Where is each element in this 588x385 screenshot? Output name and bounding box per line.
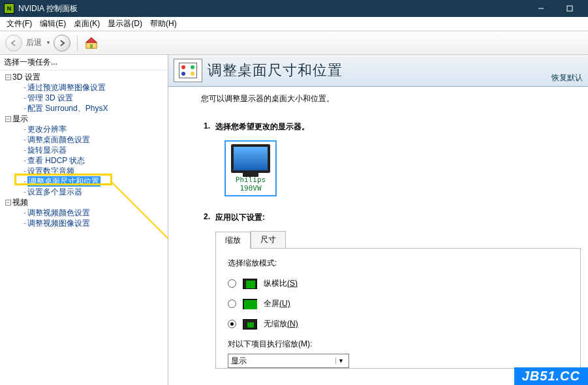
menu-help[interactable]: 帮助(H): [146, 17, 181, 31]
window-title: NVIDIA 控制面板: [18, 3, 527, 14]
radio-icon[interactable]: [228, 279, 236, 288]
radio-fullscreen[interactable]: 全屏(U): [228, 298, 568, 309]
back-button[interactable]: [5, 35, 22, 52]
content-pane: 调整桌面尺寸和位置 恢复默认 您可以调整显示器的桌面大小和位置。 1. 选择您希…: [168, 55, 588, 385]
aspect-icon: [243, 279, 257, 289]
toolbar-separator: [77, 35, 78, 51]
home-icon[interactable]: [84, 36, 99, 50]
apply-on-combo[interactable]: 显示 ▼: [228, 354, 349, 368]
tab-size[interactable]: 尺寸: [251, 231, 286, 248]
tree-item[interactable]: -通过预览调整图像设置: [3, 82, 165, 93]
content-header: 调整桌面尺寸和位置 恢复默认: [168, 55, 588, 87]
tree-item[interactable]: -配置 Surround、PhysX: [3, 103, 165, 114]
collapse-icon[interactable]: −: [5, 74, 11, 80]
tree-item[interactable]: -设置多个显示器: [3, 187, 165, 197]
fullscreen-icon: [243, 299, 257, 309]
radio-icon[interactable]: [228, 320, 236, 328]
monitor-selector[interactable]: Philips 190VW: [224, 140, 277, 196]
radio-label: 全屏(U): [264, 298, 290, 309]
tree-item-selected[interactable]: -调整桌面尺寸和位置: [3, 176, 165, 187]
minimize-button[interactable]: [527, 0, 555, 17]
forward-button[interactable]: [54, 35, 70, 52]
watermark: JB51.CC: [514, 367, 588, 385]
tree-item[interactable]: -调整视频颜色设置: [3, 208, 165, 218]
page-title: 调整桌面尺寸和位置: [208, 61, 343, 80]
tabs: 缩放 尺寸: [215, 231, 588, 248]
menu-file[interactable]: 文件(F): [3, 17, 36, 31]
svg-rect-1: [567, 6, 572, 11]
back-dropdown-icon[interactable]: ▼: [46, 40, 51, 46]
tree-item[interactable]: -设置数字音频: [3, 166, 165, 176]
tree-item[interactable]: -管理 3D 设置: [3, 93, 165, 103]
combo-value: 显示: [231, 356, 247, 367]
nav-tree: −3D 设置 -通过预览调整图像设置 -管理 3D 设置 -配置 Surroun…: [0, 70, 168, 385]
svg-rect-2: [90, 44, 93, 48]
menubar: 文件(F) 编辑(E) 桌面(K) 显示器(D) 帮助(H): [0, 17, 588, 31]
tree-item[interactable]: -调整视频图像设置: [3, 218, 165, 228]
back-label: 后退: [26, 37, 42, 48]
scale-mode-label: 选择缩放模式:: [228, 258, 568, 269]
step1-title: 选择您希望更改的显示器。: [215, 121, 309, 132]
menu-edit[interactable]: 编辑(E): [36, 17, 70, 31]
svg-marker-3: [86, 37, 97, 42]
task-prompt: 选择一项任务...: [0, 55, 168, 70]
radio-noscale[interactable]: 无缩放(N): [228, 318, 568, 330]
collapse-icon[interactable]: −: [5, 116, 11, 122]
tree-item[interactable]: -更改分辨率: [3, 124, 165, 134]
radio-icon[interactable]: [228, 300, 236, 308]
step1-number: 1.: [201, 121, 210, 132]
toolbar: 后退 ▼: [0, 31, 588, 55]
step2-number: 2.: [201, 212, 210, 223]
tree-item[interactable]: -旋转显示器: [3, 145, 165, 155]
radio-label: 无缩放(N): [264, 318, 298, 330]
step2-title: 应用以下设置:: [215, 212, 265, 223]
apply-on-label: 对以下项目执行缩放(M):: [228, 339, 568, 350]
chevron-down-icon: ▼: [335, 358, 346, 364]
radio-label: 纵横比(S): [264, 278, 298, 289]
collapse-icon[interactable]: −: [5, 200, 11, 206]
maximize-button[interactable]: [555, 0, 584, 17]
header-icon: [174, 59, 202, 82]
noscale-icon: [243, 319, 257, 330]
tree-item[interactable]: -调整桌面颜色设置: [3, 134, 165, 145]
tree-item[interactable]: -查看 HDCP 状态: [3, 155, 165, 166]
titlebar: N NVIDIA 控制面板: [0, 0, 588, 17]
monitor-label: Philips 190VW: [228, 176, 273, 192]
tree-group-display[interactable]: −显示: [3, 114, 165, 124]
tree-group-video[interactable]: −视频: [3, 197, 165, 208]
tab-panel-scale: 选择缩放模式: 纵横比(S) 全屏(U) 无缩放(N) 对以下项目执行缩放(M): [215, 248, 581, 369]
monitor-icon: [231, 144, 270, 173]
tab-scale[interactable]: 缩放: [215, 232, 251, 249]
page-description: 您可以调整显示器的桌面大小和位置。: [201, 93, 588, 104]
tree-group-3d[interactable]: −3D 设置: [3, 72, 165, 82]
menu-desktop[interactable]: 桌面(K): [70, 17, 104, 31]
menu-display[interactable]: 显示器(D): [104, 17, 146, 31]
nvidia-icon: N: [4, 3, 14, 14]
radio-aspect[interactable]: 纵横比(S): [228, 278, 568, 289]
sidebar: 选择一项任务... −3D 设置 -通过预览调整图像设置 -管理 3D 设置 -…: [0, 55, 168, 385]
restore-defaults-link[interactable]: 恢复默认: [551, 72, 583, 84]
